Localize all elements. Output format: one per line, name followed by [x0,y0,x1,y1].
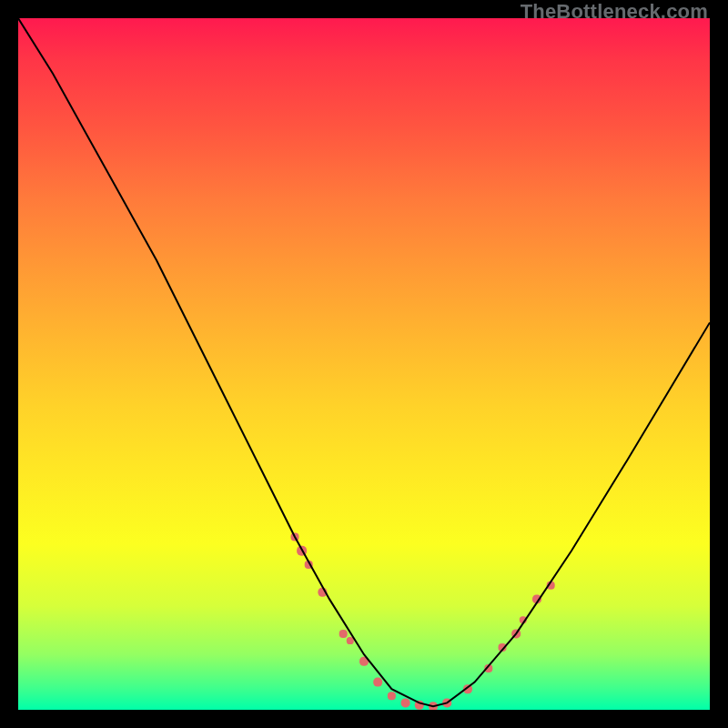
bottleneck-curve [18,18,710,706]
highlight-markers [291,533,555,711]
bottleneck-chart [18,18,710,710]
chart-frame: TheBottleneck.com [0,0,728,728]
highlight-marker [373,678,382,687]
highlight-marker [388,692,396,700]
highlight-marker [401,698,410,707]
plot-area [18,18,710,710]
highlight-marker [339,630,348,638]
